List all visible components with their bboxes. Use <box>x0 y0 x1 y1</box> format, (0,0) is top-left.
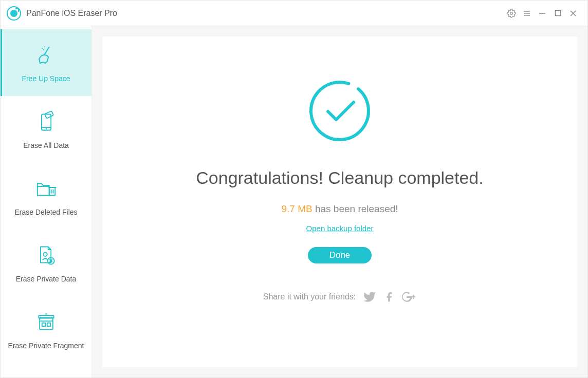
fragment-box-icon <box>34 310 59 334</box>
sidebar-item-erase-private-data[interactable]: Erase Private Data <box>1 230 91 296</box>
result-card: Congratulations! Cleanup completed. 9.7 … <box>102 36 577 367</box>
close-button[interactable] <box>566 6 580 21</box>
facebook-icon[interactable] <box>383 291 395 303</box>
svg-point-10 <box>44 46 45 47</box>
app-window: PanFone iOS Eraser Pro <box>0 0 588 378</box>
share-row: Share it with your friends: <box>263 290 417 304</box>
result-heading: Congratulations! Cleanup completed. <box>196 168 483 188</box>
svg-point-9 <box>42 48 43 49</box>
sidebar-item-label: Free Up Space <box>22 74 70 83</box>
main-area: Congratulations! Cleanup completed. 9.7 … <box>92 26 587 377</box>
sidebar-item-label: Erase Deleted Files <box>14 208 77 216</box>
app-logo-icon <box>7 6 21 21</box>
twitter-icon[interactable] <box>363 290 376 304</box>
svg-rect-17 <box>49 187 55 195</box>
share-label: Share it with your friends: <box>263 292 356 301</box>
sidebar-item-label: Erase Private Data <box>16 275 77 283</box>
sidebar-item-label: Erase All Data <box>23 141 69 149</box>
svg-point-31 <box>306 78 373 144</box>
success-check-icon <box>306 78 373 144</box>
sidebar-item-erase-all-data[interactable]: Erase All Data <box>1 96 91 163</box>
svg-line-8 <box>44 47 49 55</box>
folder-trash-icon <box>34 176 59 201</box>
menu-icon[interactable] <box>520 6 534 21</box>
settings-gear-icon[interactable] <box>504 6 519 21</box>
body: Free Up Space Erase All Data <box>1 26 587 377</box>
released-text: 9.7 MB has been released! <box>281 203 398 215</box>
google-plus-icon[interactable] <box>402 291 416 303</box>
open-backup-folder-link[interactable]: Open backup folder <box>306 224 374 233</box>
sidebar-item-erase-private-fragment[interactable]: Erase Private Fragment <box>1 296 91 363</box>
sidebar-item-free-up-space[interactable]: Free Up Space <box>1 29 91 96</box>
sidebar-item-label: Erase Private Fragment <box>8 342 84 350</box>
broom-icon <box>34 43 59 67</box>
svg-point-14 <box>45 128 47 129</box>
titlebar: PanFone iOS Eraser Pro <box>1 1 587 26</box>
sidebar: Free Up Space Erase All Data <box>1 26 92 377</box>
done-button[interactable]: Done <box>308 247 372 263</box>
file-person-x-icon <box>34 243 59 268</box>
minimize-button[interactable] <box>535 6 549 21</box>
sidebar-item-erase-deleted-files[interactable]: Erase Deleted Files <box>1 163 91 230</box>
svg-point-0 <box>510 12 513 14</box>
svg-point-21 <box>43 253 47 256</box>
maximize-button[interactable] <box>550 6 565 21</box>
svg-rect-5 <box>555 10 560 15</box>
svg-point-11 <box>43 49 44 50</box>
svg-rect-33 <box>411 296 415 297</box>
svg-rect-28 <box>42 323 45 326</box>
released-suffix: has been released! <box>313 203 398 214</box>
app-title: PanFone iOS Eraser Pro <box>26 9 117 18</box>
released-size: 9.7 MB <box>281 203 312 214</box>
svg-rect-29 <box>47 323 50 326</box>
phone-eraser-icon <box>34 109 59 134</box>
